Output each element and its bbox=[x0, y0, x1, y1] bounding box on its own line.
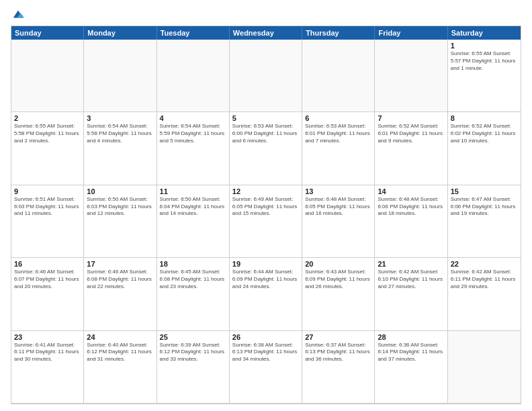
calendar-cell: 6Sunrise: 6:53 AM Sunset: 6:01 PM Daylig… bbox=[302, 112, 375, 185]
calendar-cell: 3Sunrise: 6:54 AM Sunset: 5:58 PM Daylig… bbox=[84, 112, 157, 185]
day-of-week-monday: Monday bbox=[84, 26, 157, 40]
day-info: Sunrise: 6:51 AM Sunset: 6:03 PM Dayligh… bbox=[14, 196, 81, 218]
day-of-week-friday: Friday bbox=[375, 26, 447, 40]
day-info: Sunrise: 6:48 AM Sunset: 6:06 PM Dayligh… bbox=[378, 196, 444, 218]
calendar-cell: 9Sunrise: 6:51 AM Sunset: 6:03 PM Daylig… bbox=[11, 185, 84, 258]
day-number: 14 bbox=[378, 187, 444, 195]
day-number: 9 bbox=[14, 187, 81, 195]
day-info: Sunrise: 6:52 AM Sunset: 6:02 PM Dayligh… bbox=[451, 123, 518, 144]
calendar-cell: 10Sunrise: 6:50 AM Sunset: 6:03 PM Dayli… bbox=[84, 185, 157, 258]
calendar-cell: 14Sunrise: 6:48 AM Sunset: 6:06 PM Dayli… bbox=[375, 185, 447, 258]
day-number: 11 bbox=[160, 187, 226, 195]
day-number: 13 bbox=[305, 187, 371, 195]
day-info: Sunrise: 6:46 AM Sunset: 6:07 PM Dayligh… bbox=[14, 269, 81, 290]
calendar-cell: 8Sunrise: 6:52 AM Sunset: 6:02 PM Daylig… bbox=[448, 112, 521, 185]
day-info: Sunrise: 6:54 AM Sunset: 5:58 PM Dayligh… bbox=[87, 123, 153, 144]
day-of-week-sunday: Sunday bbox=[11, 26, 84, 40]
day-number: 2 bbox=[14, 114, 81, 122]
day-number: 20 bbox=[305, 260, 371, 268]
calendar-cell bbox=[302, 40, 375, 112]
day-number: 23 bbox=[14, 333, 81, 341]
calendar-cell: 15Sunrise: 6:47 AM Sunset: 6:06 PM Dayli… bbox=[448, 185, 521, 258]
calendar-cell: 27Sunrise: 6:37 AM Sunset: 6:13 PM Dayli… bbox=[302, 331, 375, 404]
day-number: 21 bbox=[378, 260, 444, 268]
day-number: 3 bbox=[87, 114, 153, 122]
calendar-cell: 13Sunrise: 6:48 AM Sunset: 6:05 PM Dayli… bbox=[302, 185, 375, 258]
day-of-week-saturday: Saturday bbox=[448, 26, 521, 40]
day-number: 10 bbox=[87, 187, 153, 195]
day-info: Sunrise: 6:38 AM Sunset: 6:13 PM Dayligh… bbox=[232, 342, 299, 363]
day-number: 22 bbox=[451, 260, 518, 268]
day-info: Sunrise: 6:47 AM Sunset: 6:06 PM Dayligh… bbox=[451, 196, 518, 218]
calendar-cell: 25Sunrise: 6:39 AM Sunset: 6:12 PM Dayli… bbox=[157, 331, 230, 404]
day-info: Sunrise: 6:55 AM Sunset: 5:58 PM Dayligh… bbox=[14, 123, 81, 144]
calendar-body: 1Sunrise: 6:55 AM Sunset: 5:57 PM Daylig… bbox=[11, 40, 521, 404]
calendar-header: SundayMondayTuesdayWednesdayThursdayFrid… bbox=[11, 26, 521, 40]
calendar-cell: 2Sunrise: 6:55 AM Sunset: 5:58 PM Daylig… bbox=[11, 112, 84, 185]
day-info: Sunrise: 6:48 AM Sunset: 6:05 PM Dayligh… bbox=[305, 196, 371, 218]
calendar-cell: 12Sunrise: 6:49 AM Sunset: 6:05 PM Dayli… bbox=[230, 185, 302, 258]
day-info: Sunrise: 6:54 AM Sunset: 5:59 PM Dayligh… bbox=[160, 123, 226, 144]
calendar-cell bbox=[157, 40, 230, 112]
day-info: Sunrise: 6:36 AM Sunset: 6:14 PM Dayligh… bbox=[378, 342, 444, 363]
calendar-cell bbox=[84, 40, 157, 112]
day-number: 7 bbox=[378, 114, 444, 122]
page: SundayMondayTuesdayWednesdayThursdayFrid… bbox=[0, 0, 532, 411]
calendar-cell: 19Sunrise: 6:44 AM Sunset: 6:09 PM Dayli… bbox=[230, 258, 302, 330]
day-info: Sunrise: 6:42 AM Sunset: 6:10 PM Dayligh… bbox=[378, 269, 444, 290]
day-number: 1 bbox=[451, 42, 518, 50]
day-number: 24 bbox=[87, 333, 153, 341]
day-number: 4 bbox=[160, 114, 226, 122]
header bbox=[11, 8, 521, 20]
calendar-cell bbox=[230, 40, 302, 112]
calendar-cell: 23Sunrise: 6:41 AM Sunset: 6:11 PM Dayli… bbox=[11, 331, 84, 404]
calendar-cell: 18Sunrise: 6:45 AM Sunset: 6:08 PM Dayli… bbox=[157, 258, 230, 330]
calendar-cell: 24Sunrise: 6:40 AM Sunset: 6:12 PM Dayli… bbox=[84, 331, 157, 404]
day-info: Sunrise: 6:41 AM Sunset: 6:11 PM Dayligh… bbox=[14, 342, 81, 363]
day-info: Sunrise: 6:49 AM Sunset: 6:05 PM Dayligh… bbox=[232, 196, 299, 218]
day-number: 27 bbox=[305, 333, 371, 341]
day-number: 26 bbox=[232, 333, 299, 341]
day-info: Sunrise: 6:39 AM Sunset: 6:12 PM Dayligh… bbox=[160, 342, 226, 363]
day-info: Sunrise: 6:43 AM Sunset: 6:09 PM Dayligh… bbox=[305, 269, 371, 290]
day-number: 19 bbox=[232, 260, 299, 268]
day-number: 6 bbox=[305, 114, 371, 122]
day-info: Sunrise: 6:55 AM Sunset: 5:57 PM Dayligh… bbox=[451, 50, 518, 72]
calendar-cell: 28Sunrise: 6:36 AM Sunset: 6:14 PM Dayli… bbox=[375, 331, 447, 404]
calendar-cell: 5Sunrise: 6:53 AM Sunset: 6:00 PM Daylig… bbox=[230, 112, 302, 185]
day-info: Sunrise: 6:50 AM Sunset: 6:03 PM Dayligh… bbox=[87, 196, 153, 218]
calendar-cell: 1Sunrise: 6:55 AM Sunset: 5:57 PM Daylig… bbox=[448, 40, 521, 112]
logo bbox=[11, 8, 24, 20]
day-number: 18 bbox=[160, 260, 226, 268]
calendar-cell bbox=[448, 331, 521, 404]
day-number: 16 bbox=[14, 260, 81, 268]
calendar-cell: 7Sunrise: 6:52 AM Sunset: 6:01 PM Daylig… bbox=[375, 112, 447, 185]
calendar: SundayMondayTuesdayWednesdayThursdayFrid… bbox=[11, 26, 521, 404]
calendar-cell bbox=[375, 40, 447, 112]
calendar-cell bbox=[11, 40, 84, 112]
day-info: Sunrise: 6:40 AM Sunset: 6:12 PM Dayligh… bbox=[87, 342, 153, 363]
day-info: Sunrise: 6:52 AM Sunset: 6:01 PM Dayligh… bbox=[378, 123, 444, 144]
calendar-cell: 16Sunrise: 6:46 AM Sunset: 6:07 PM Dayli… bbox=[11, 258, 84, 330]
day-number: 28 bbox=[378, 333, 444, 341]
day-number: 5 bbox=[232, 114, 299, 122]
day-info: Sunrise: 6:53 AM Sunset: 6:00 PM Dayligh… bbox=[232, 123, 299, 144]
day-info: Sunrise: 6:45 AM Sunset: 6:08 PM Dayligh… bbox=[160, 269, 226, 290]
calendar-cell: 11Sunrise: 6:50 AM Sunset: 6:04 PM Dayli… bbox=[157, 185, 230, 258]
logo-icon bbox=[12, 8, 24, 20]
day-of-week-wednesday: Wednesday bbox=[230, 26, 302, 40]
day-info: Sunrise: 6:53 AM Sunset: 6:01 PM Dayligh… bbox=[305, 123, 371, 144]
day-info: Sunrise: 6:42 AM Sunset: 6:11 PM Dayligh… bbox=[451, 269, 518, 290]
day-info: Sunrise: 6:37 AM Sunset: 6:13 PM Dayligh… bbox=[305, 342, 371, 363]
day-info: Sunrise: 6:50 AM Sunset: 6:04 PM Dayligh… bbox=[160, 196, 226, 218]
calendar-cell: 4Sunrise: 6:54 AM Sunset: 5:59 PM Daylig… bbox=[157, 112, 230, 185]
day-info: Sunrise: 6:44 AM Sunset: 6:09 PM Dayligh… bbox=[232, 269, 299, 290]
day-number: 8 bbox=[451, 114, 518, 122]
calendar-cell: 22Sunrise: 6:42 AM Sunset: 6:11 PM Dayli… bbox=[448, 258, 521, 330]
day-of-week-thursday: Thursday bbox=[302, 26, 375, 40]
day-number: 15 bbox=[451, 187, 518, 195]
calendar-cell: 26Sunrise: 6:38 AM Sunset: 6:13 PM Dayli… bbox=[230, 331, 302, 404]
day-of-week-tuesday: Tuesday bbox=[157, 26, 230, 40]
day-number: 12 bbox=[232, 187, 299, 195]
calendar-cell: 17Sunrise: 6:46 AM Sunset: 6:08 PM Dayli… bbox=[84, 258, 157, 330]
